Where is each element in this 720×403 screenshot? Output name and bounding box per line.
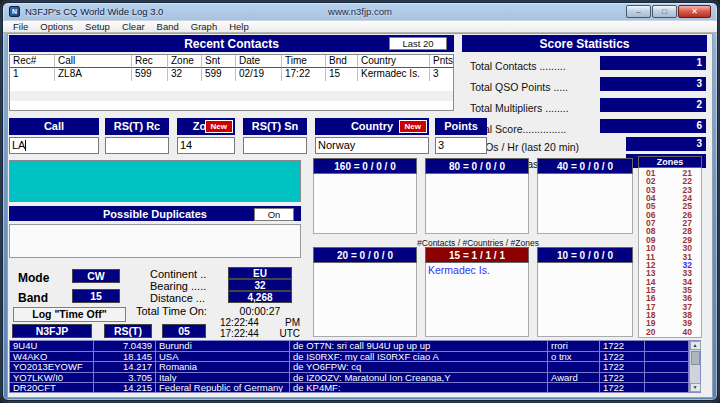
- scroll-up-icon[interactable]: ▲: [690, 341, 701, 350]
- dx-spots-table[interactable]: 9U4U 7.0439 Burundi de OT7N: sri call 9U…: [9, 340, 701, 393]
- score-statistics-header: Score Statistics: [462, 35, 707, 52]
- table-column-header[interactable]: Date: [236, 55, 282, 68]
- spot-row[interactable]: 9U4U 7.0439 Burundi de OT7N: sri call 9U…: [10, 341, 689, 352]
- spot-callsign: 9U4U: [10, 341, 94, 351]
- spot-row[interactable]: DR20CFT 14.215 Federal Republic of Germa…: [10, 383, 689, 392]
- spot-extra-cell: [645, 341, 689, 351]
- minimize-button[interactable]: –: [626, 5, 651, 18]
- spot-country: Federal Republic of Germany: [156, 383, 290, 392]
- spot-callsign: W4AKO: [10, 352, 94, 362]
- band-box-40: 40 = 0 / 0 / 0: [537, 158, 633, 234]
- score-stat-row: Total Multipliers ........ 2: [470, 98, 706, 113]
- score-stat-row: QSOs / Hr (last 20 min) 3: [470, 137, 706, 152]
- spot-country: Romania: [156, 362, 290, 372]
- spot-row[interactable]: YO2013EYOWF 14.217 Romania de YO6FPW: cq…: [10, 362, 689, 373]
- bearing-label: Bearing .....: [150, 280, 206, 292]
- entry-input[interactable]: [243, 137, 307, 154]
- possible-duplicates-list: [9, 224, 301, 258]
- table-cell[interactable]: 17:22: [282, 68, 326, 81]
- spot-time: 1722: [600, 341, 645, 351]
- entry-field-header: Points: [435, 118, 487, 135]
- zone-number: 40: [670, 328, 701, 336]
- entry-input[interactable]: 3: [435, 137, 487, 154]
- table-column-header[interactable]: Country: [358, 55, 430, 68]
- table-cell[interactable]: 599: [202, 68, 236, 81]
- maximize-button[interactable]: □: [652, 5, 677, 18]
- table-cell[interactable]: 1: [10, 68, 55, 81]
- spot-note: [548, 383, 600, 392]
- entry-field-header: Call: [9, 118, 99, 135]
- table-column-header[interactable]: Rec#: [10, 55, 55, 68]
- band-10-list: [537, 263, 633, 337]
- duplicates-on-button[interactable]: On: [254, 208, 294, 221]
- zones-header: Zones: [638, 156, 702, 168]
- distance-label: Distance ...: [150, 292, 205, 304]
- entry-input[interactable]: 14: [177, 137, 235, 154]
- table-column-header[interactable]: Pnts: [430, 55, 453, 68]
- table-cell[interactable]: 02/19: [236, 68, 282, 81]
- recent-contacts-table[interactable]: Rec#CallRecZoneSntDateTimeBndCountryPnts…: [9, 54, 454, 111]
- menubar: FileOptionsSetupClearBandGraphHelp: [3, 20, 717, 33]
- table-column-header[interactable]: Call: [55, 55, 132, 68]
- scrollbar-thumb[interactable]: [691, 351, 700, 365]
- table-cell[interactable]: 15: [326, 68, 358, 81]
- log-time-off-button[interactable]: Log "Time Off": [13, 307, 126, 322]
- band-160-header: 160 = 0 / 0 / 0: [313, 158, 417, 174]
- table-cell[interactable]: ZL8A: [55, 68, 132, 81]
- spot-row[interactable]: YO7LKW/I0 3.705 Italy de IZ0OZV: Maraton…: [10, 373, 689, 384]
- band-160-list: [313, 174, 417, 234]
- menu-item[interactable]: Graph: [185, 21, 223, 33]
- band-box-80: 80 = 0 / 0 / 0: [425, 158, 529, 234]
- menu-item[interactable]: Help: [223, 21, 255, 33]
- spot-comment: de IZ0OZV: Maratonul Ion Creanga,Y: [290, 373, 548, 383]
- spot-country: Italy: [156, 373, 290, 383]
- entry-input[interactable]: LA: [9, 137, 99, 154]
- spot-comment: de YO6FPW: cq: [290, 362, 548, 372]
- zone-number: 20: [639, 328, 670, 336]
- spot-extra-cell: [645, 352, 689, 362]
- spot-callsign: YO7LKW/I0: [10, 373, 94, 383]
- table-cell[interactable]: Kermadec Is.: [358, 68, 430, 81]
- spot-row[interactable]: W4AKO 18.145 USA de IS0RXF: my call IS0R…: [10, 352, 689, 363]
- score-stat-label: Total Multipliers ........: [470, 102, 569, 114]
- status-color-box: [9, 160, 301, 202]
- close-button[interactable]: ✕: [678, 5, 711, 18]
- table-column-header[interactable]: Snt: [202, 55, 236, 68]
- entry-field-label: RS(T) Rc: [114, 120, 160, 132]
- bearing-value: 32: [228, 279, 292, 291]
- table-cell[interactable]: 32: [168, 68, 202, 81]
- menu-item[interactable]: Band: [151, 21, 185, 33]
- menu-item[interactable]: Clear: [116, 21, 151, 33]
- titlebar[interactable]: N3FJP's CQ World Wide Log 3.0 www.n3fjp.…: [3, 3, 717, 20]
- band-20-header: 20 = 0 / 0 / 0: [313, 247, 417, 263]
- entry-input[interactable]: Norway: [315, 137, 429, 154]
- band-label: Band: [18, 291, 48, 305]
- table-column-header[interactable]: Bnd: [326, 55, 358, 68]
- spot-frequency: 14.215: [94, 383, 156, 392]
- table-column-header[interactable]: Zone: [168, 55, 202, 68]
- operator-callsign: N3FJP: [12, 324, 92, 338]
- score-stat-row: Total QSO Points ..... 3: [470, 77, 706, 92]
- entry-field: RS(T) Sn: [243, 118, 307, 135]
- table-cell[interactable]: 3: [430, 68, 453, 81]
- continent-value: EU: [228, 267, 292, 279]
- table-column-header[interactable]: Time: [282, 55, 326, 68]
- total-time-value: 00:00:27: [228, 305, 292, 317]
- local-time-suffix: PM: [285, 317, 300, 328]
- entry-field: Points 3: [435, 118, 487, 135]
- menu-item[interactable]: Setup: [79, 21, 116, 33]
- spots-scrollbar[interactable]: ▲ ▼: [689, 341, 700, 392]
- scroll-down-icon[interactable]: ▼: [690, 383, 701, 392]
- score-stat-row: Total Contacts ......... 1: [470, 56, 706, 71]
- recent-contacts-header: Recent Contacts Last 20: [9, 35, 454, 52]
- spot-time: 1722: [600, 352, 645, 362]
- entry-input[interactable]: [105, 137, 169, 154]
- table-cell[interactable]: 599: [132, 68, 168, 81]
- score-stat-label: Total QSO Points .....: [470, 81, 568, 93]
- last-20-button[interactable]: Last 20: [389, 37, 447, 50]
- menu-item[interactable]: Options: [34, 21, 79, 33]
- menu-item[interactable]: File: [7, 21, 34, 33]
- table-column-header[interactable]: Rec: [132, 55, 168, 68]
- spot-comment: de IS0RXF: my call IS0RXF ciao A: [290, 352, 548, 362]
- band-box-15: 15 = 1 / 1 / 1 Kermadec Is.: [425, 247, 529, 337]
